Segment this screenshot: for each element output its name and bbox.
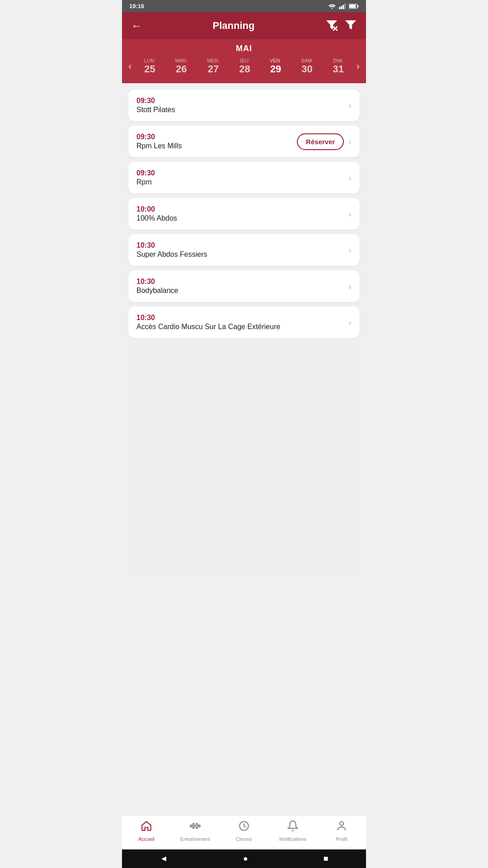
chevron-right-icon: ›: [348, 100, 352, 111]
session-card[interactable]: 10:30 Accès Cardio Muscu Sur La Cage Ext…: [128, 307, 360, 338]
day-item-25[interactable]: LUN. 25: [141, 56, 158, 77]
chevron-right-icon: ›: [348, 245, 352, 255]
day-item-26[interactable]: MAR. 26: [172, 56, 190, 77]
svg-rect-3: [343, 5, 344, 9]
session-right: Réserver ›: [297, 133, 352, 150]
time: 19:16: [129, 3, 144, 9]
month-label: MAI: [122, 44, 366, 53]
next-week-button[interactable]: ›: [354, 61, 362, 72]
session-card[interactable]: 10:00 100% Abdos ›: [128, 198, 360, 230]
day-item-27[interactable]: MER. 27: [204, 56, 222, 77]
day-item-28[interactable]: JEU. 28: [236, 56, 253, 77]
session-right: ›: [348, 209, 352, 219]
session-time: 10:30: [136, 241, 348, 250]
session-right: ›: [348, 317, 352, 328]
session-name: Bodybalance: [136, 287, 348, 295]
day-name: VEN.: [270, 58, 282, 63]
reserve-button[interactable]: Réserver: [297, 133, 344, 150]
session-info: 10:30 Accès Cardio Muscu Sur La Cage Ext…: [136, 314, 348, 331]
chevron-right-icon: ›: [348, 173, 352, 183]
session-time: 09:30: [136, 169, 348, 177]
day-number: 25: [144, 63, 155, 75]
session-name: Super Abdos Fessiers: [136, 250, 348, 259]
session-info: 09:30 Stott Pilates: [136, 97, 348, 114]
day-name: MER.: [207, 58, 220, 63]
day-item-31[interactable]: DIM. 31: [330, 56, 346, 77]
session-time: 10:30: [136, 314, 348, 322]
session-name: Rpm: [136, 178, 348, 186]
days-row: ‹ LUN. 25 MAR. 26 MER. 27 JEU. 28 VEN. 2…: [122, 56, 366, 77]
day-item-30[interactable]: SAM. 30: [298, 56, 316, 77]
session-right: ›: [348, 100, 352, 111]
session-card[interactable]: 10:30 Super Abdos Fessiers ›: [128, 234, 360, 266]
session-name: Stott Pilates: [136, 106, 348, 114]
header: ← Planning: [122, 12, 366, 39]
session-name: Accès Cardio Muscu Sur La Cage Extérieur…: [136, 323, 348, 331]
day-number: 30: [301, 63, 312, 75]
session-time: 10:00: [136, 205, 348, 213]
day-name: LUN.: [144, 58, 155, 63]
chevron-right-icon: ›: [348, 137, 352, 147]
svg-rect-4: [344, 3, 346, 9]
chevron-right-icon: ›: [348, 209, 352, 219]
page-title: Planning: [142, 20, 325, 32]
clear-filter-button[interactable]: [325, 19, 338, 33]
filter-icon: [344, 19, 357, 31]
session-card[interactable]: 09:30 Rpm ›: [128, 162, 360, 193]
days-container: LUN. 25 MAR. 26 MER. 27 JEU. 28 VEN. 29 …: [134, 56, 353, 77]
session-info: 09:30 Rpm: [136, 169, 348, 186]
wifi-icon: [328, 3, 336, 9]
day-name: JEU.: [239, 58, 250, 63]
session-name: 100% Abdos: [136, 214, 348, 222]
session-info: 10:30 Bodybalance: [136, 278, 348, 295]
chevron-right-icon: ›: [348, 317, 352, 328]
svg-rect-2: [341, 6, 342, 9]
sessions-list: 09:30 Stott Pilates › 09:30 Rpm Les Mill…: [122, 83, 366, 580]
prev-week-button[interactable]: ‹: [126, 61, 134, 72]
svg-rect-6: [349, 5, 356, 8]
day-number: 31: [333, 63, 343, 75]
chevron-right-icon: ›: [348, 281, 352, 292]
status-bar: 19:16: [122, 0, 366, 12]
back-button[interactable]: ←: [131, 19, 142, 32]
day-number: 29: [270, 63, 281, 75]
session-name: Rpm Les Mills: [136, 142, 297, 150]
session-right: ›: [348, 173, 352, 183]
session-card[interactable]: 09:30 Stott Pilates ›: [128, 90, 360, 121]
day-number: 26: [176, 63, 187, 75]
day-name: MAR.: [175, 58, 188, 63]
filter-clear-icon: [325, 19, 338, 31]
day-name: SAM.: [301, 58, 313, 63]
header-filter-icons: [325, 19, 357, 33]
calendar-strip: MAI ‹ LUN. 25 MAR. 26 MER. 27 JEU. 28 VE…: [122, 39, 366, 83]
svg-rect-1: [339, 7, 340, 9]
session-time: 10:30: [136, 278, 348, 286]
session-time: 09:30: [136, 133, 297, 141]
session-info: 09:30 Rpm Les Mills: [136, 133, 297, 150]
signal-icon: [339, 3, 346, 9]
session-card[interactable]: 09:30 Rpm Les Mills Réserver ›: [128, 126, 360, 157]
battery-icon: [349, 4, 359, 9]
session-info: 10:30 Super Abdos Fessiers: [136, 241, 348, 259]
day-item-29[interactable]: VEN. 29: [267, 56, 284, 77]
svg-point-0: [332, 8, 333, 9]
session-right: ›: [348, 245, 352, 255]
svg-rect-7: [357, 5, 358, 7]
session-card[interactable]: 10:30 Bodybalance ›: [128, 270, 360, 302]
status-icons: [328, 3, 359, 9]
day-name: DIM.: [333, 58, 343, 63]
session-right: ›: [348, 281, 352, 292]
filter-button[interactable]: [344, 19, 357, 33]
session-info: 10:00 100% Abdos: [136, 205, 348, 222]
session-time: 09:30: [136, 97, 348, 105]
day-number: 28: [239, 63, 250, 75]
day-number: 27: [208, 63, 219, 75]
